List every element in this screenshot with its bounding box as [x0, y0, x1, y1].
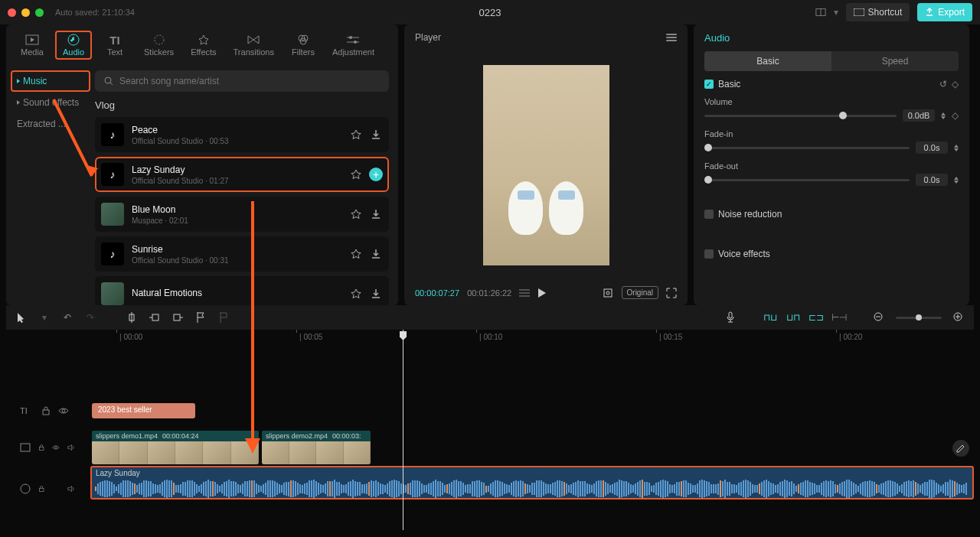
- song-item[interactable]: ♪PeaceOfficial Sound Studio · 00:53: [95, 117, 389, 152]
- zoom-slider[interactable]: [896, 317, 942, 319]
- video-track[interactable]: slippers demo1.mp400:00:04:24 slippers d…: [89, 429, 974, 466]
- export-button[interactable]: Export: [917, 3, 972, 21]
- player-menu-icon[interactable]: [666, 34, 677, 41]
- link-icon[interactable]: ⊏⊐: [810, 311, 822, 324]
- favorite-icon[interactable]: [349, 128, 363, 142]
- tab-media[interactable]: Media: [14, 31, 51, 60]
- fadeout-value[interactable]: 0.0s: [916, 174, 948, 186]
- download-icon[interactable]: [369, 287, 383, 301]
- keyframe-icon[interactable]: ◇: [952, 79, 959, 90]
- panel-title: Audio: [704, 32, 959, 44]
- volume-slider[interactable]: [704, 115, 897, 117]
- fadein-value[interactable]: 0.0s: [916, 142, 948, 154]
- tab-adjustment[interactable]: Adjustment: [326, 31, 381, 60]
- fadein-stepper[interactable]: [954, 145, 959, 151]
- download-icon[interactable]: [369, 207, 383, 221]
- audio-clip[interactable]: Lazy Sunday: [90, 466, 974, 500]
- text-track[interactable]: 2023 best seller: [89, 392, 974, 429]
- magnet-on-icon[interactable]: ⊓⊔: [764, 311, 776, 324]
- text-clip[interactable]: 2023 best seller: [92, 403, 195, 418]
- sidenav-music[interactable]: Music: [11, 70, 90, 92]
- eye-icon[interactable]: [58, 407, 69, 415]
- svg-line-15: [110, 83, 113, 85]
- original-badge[interactable]: Original: [622, 286, 658, 299]
- fadeout-stepper[interactable]: [954, 177, 959, 184]
- seg-basic[interactable]: Basic: [704, 51, 831, 71]
- song-item[interactable]: ♪Lazy SundayOfficial Sound Studio · 01:2…: [95, 157, 389, 192]
- video-clip-2[interactable]: slippers demo2.mp400:00:03:: [262, 431, 371, 464]
- redo-icon: ↷: [84, 311, 96, 324]
- split-icon[interactable]: [126, 311, 138, 324]
- voice-checkbox[interactable]: [704, 249, 714, 259]
- minimize-icon[interactable]: [21, 8, 30, 17]
- tab-audio[interactable]: Audio: [55, 31, 92, 60]
- svg-rect-30: [729, 312, 732, 318]
- magnet-icon[interactable]: ⊔⊓: [787, 311, 799, 324]
- eye-icon[interactable]: [52, 444, 60, 451]
- add-song-button[interactable]: +: [369, 168, 383, 181]
- favorite-icon[interactable]: [349, 207, 363, 221]
- zoom-in-icon[interactable]: [952, 311, 965, 324]
- flag-icon[interactable]: [194, 311, 207, 324]
- lock-icon[interactable]: [41, 406, 51, 415]
- shortcut-button[interactable]: Shortcut: [846, 3, 910, 21]
- layout-icon[interactable]: [815, 7, 826, 18]
- time-ruler[interactable]: | 00:00 | 00:05 | 00:10 | 00:15 | 00:20: [89, 330, 974, 347]
- favorite-icon[interactable]: [349, 168, 363, 181]
- search-input[interactable]: [95, 70, 389, 92]
- fadeout-slider[interactable]: [704, 179, 910, 181]
- tab-filters[interactable]: Filters: [285, 31, 322, 60]
- volume-label: Volume: [704, 97, 959, 106]
- favorite-icon[interactable]: [349, 287, 363, 301]
- align-icon[interactable]: ⊢⊣: [833, 311, 845, 324]
- song-item[interactable]: Natural Emotions: [95, 276, 389, 305]
- tab-stickers[interactable]: Stickers: [138, 31, 180, 60]
- playhead[interactable]: [403, 330, 403, 530]
- voice-label: Voice effects: [718, 249, 770, 259]
- lock-icon[interactable]: [38, 484, 44, 493]
- volume-keyframe-icon[interactable]: ◇: [952, 110, 959, 121]
- pointer-icon[interactable]: [15, 311, 28, 324]
- volume-stepper[interactable]: [941, 112, 946, 119]
- speaker-icon[interactable]: [67, 484, 75, 493]
- delete-right-icon[interactable]: [172, 311, 184, 324]
- noise-checkbox[interactable]: [704, 210, 714, 219]
- download-icon[interactable]: [369, 247, 383, 261]
- lock-icon[interactable]: [38, 443, 44, 452]
- seg-speed[interactable]: Speed: [831, 51, 959, 71]
- reset-icon[interactable]: ↺: [939, 79, 947, 90]
- fadein-slider[interactable]: [704, 147, 910, 149]
- tab-effects[interactable]: Effects: [185, 31, 222, 60]
- tab-transitions[interactable]: Transitions: [227, 31, 280, 60]
- delete-left-icon[interactable]: [149, 311, 161, 324]
- svg-rect-20: [604, 289, 612, 297]
- undo-icon[interactable]: ↶: [61, 311, 74, 324]
- chevron-down-icon[interactable]: ▾: [38, 311, 51, 324]
- close-icon[interactable]: [8, 8, 16, 17]
- svg-rect-26: [174, 314, 180, 321]
- crop-icon[interactable]: [602, 287, 614, 299]
- song-item[interactable]: Blue MoonMuspace · 02:01: [95, 197, 389, 232]
- audio-track[interactable]: Lazy Sunday: [89, 466, 974, 512]
- sidenav-extracted[interactable]: Extracted ...: [11, 113, 90, 135]
- speaker-icon[interactable]: [67, 443, 75, 452]
- video-clip-1[interactable]: slippers demo1.mp400:00:04:24: [92, 431, 259, 464]
- preview-canvas[interactable]: [404, 50, 688, 280]
- volume-value[interactable]: 0.0dB: [903, 109, 935, 122]
- basic-checkbox[interactable]: ✓: [704, 80, 714, 89]
- fullscreen-icon[interactable]: [666, 288, 677, 298]
- maximize-icon[interactable]: [35, 8, 44, 17]
- album-thumb: [101, 282, 124, 305]
- download-icon[interactable]: [369, 128, 383, 142]
- tab-text[interactable]: TIText: [96, 31, 133, 60]
- play-icon[interactable]: [537, 288, 547, 298]
- sidenav-sound-effects[interactable]: Sound effects: [11, 92, 90, 113]
- zoom-out-icon[interactable]: [873, 311, 885, 324]
- svg-marker-4: [31, 37, 34, 42]
- list-icon[interactable]: [519, 288, 530, 298]
- svg-rect-38: [21, 444, 30, 451]
- favorite-icon[interactable]: [349, 247, 363, 261]
- edit-clip-icon[interactable]: [952, 440, 969, 457]
- song-item[interactable]: ♪SunriseOfficial Sound Studio · 00:31: [95, 236, 389, 272]
- mic-icon[interactable]: [724, 311, 737, 324]
